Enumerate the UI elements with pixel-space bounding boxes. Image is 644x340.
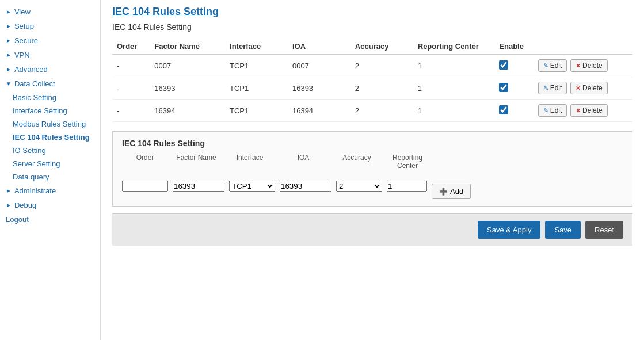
- cell-ioa: 0007: [288, 55, 350, 77]
- col-header-reporting: Reporting Center: [413, 39, 495, 55]
- cell-interface: TCP1: [225, 100, 288, 122]
- edit-button[interactable]: ✎ Edit: [538, 104, 567, 117]
- sidebar-item-setup[interactable]: ► Setup: [0, 19, 100, 33]
- col-header-interface: Interface: [225, 39, 288, 55]
- col-header-accuracy: Accuracy: [350, 39, 413, 55]
- table-row: - 0007 TCP1 0007 2 1 ✎ Edit ✕ Delete: [112, 55, 632, 77]
- col-header-factor: Factor Name: [150, 39, 225, 55]
- enable-checkbox[interactable]: [499, 60, 508, 70]
- sidebar-item-debug[interactable]: ► Debug: [0, 198, 100, 212]
- reset-button[interactable]: Reset: [585, 221, 623, 239]
- cell-interface: TCP1: [225, 77, 288, 100]
- table-row: - 16393 TCP1 16393 2 1 ✎ Edit ✕ Delete: [112, 77, 632, 100]
- cell-enable: [494, 55, 532, 77]
- edit-icon: ✎: [543, 107, 548, 114]
- table-row: - 16394 TCP1 16394 2 1 ✎ Edit ✕ Delete: [112, 100, 632, 122]
- edit-button[interactable]: ✎ Edit: [538, 59, 567, 72]
- save-apply-button[interactable]: Save & Apply: [478, 221, 540, 239]
- bottom-bar: Save & Apply Save Reset: [112, 213, 632, 246]
- add-header-interface: Interface: [224, 154, 275, 170]
- page-subtitle: IEC 104 Rules Setting: [112, 22, 632, 32]
- chevron-right-icon: ►: [6, 188, 12, 194]
- sidebar-item-data-collect[interactable]: ▼ Data Collect: [0, 77, 100, 91]
- enable-checkbox[interactable]: [499, 105, 508, 114]
- add-section-title: IEC 104 Rules Setting: [122, 139, 623, 148]
- add-order-input[interactable]: [122, 181, 168, 192]
- cell-reporting: 1: [413, 100, 495, 122]
- add-header-reporting: Reporting Center: [382, 154, 433, 170]
- chevron-right-icon: ►: [6, 52, 12, 58]
- cell-ioa: 16393: [288, 77, 350, 100]
- save-button[interactable]: Save: [545, 221, 581, 239]
- add-icon: ➕: [439, 188, 448, 196]
- main-content: IEC 104 Rules Setting IEC 104 Rules Sett…: [101, 0, 644, 340]
- sidebar-subitem-basic-setting[interactable]: Basic Setting: [0, 91, 100, 104]
- chevron-right-icon: ►: [6, 66, 12, 72]
- cell-order: -: [112, 55, 150, 77]
- rules-table: Order Factor Name Interface IOA Accuracy…: [112, 39, 632, 122]
- sidebar: ► View ► Setup ► Secure ► VPN ► Advanced…: [0, 0, 101, 340]
- cell-factor: 16393: [150, 77, 225, 100]
- cell-ioa: 16394: [288, 100, 350, 122]
- chevron-right-icon: ►: [6, 37, 12, 44]
- sidebar-subitem-data-query[interactable]: Data query: [0, 170, 100, 184]
- cell-reporting: 1: [413, 55, 495, 77]
- edit-button[interactable]: ✎ Edit: [538, 82, 567, 94]
- cell-actions: ✎ Edit ✕ Delete: [532, 77, 632, 100]
- col-header-enable: Enable: [494, 39, 532, 55]
- delete-button[interactable]: ✕ Delete: [570, 59, 608, 72]
- sidebar-item-vpn[interactable]: ► VPN: [0, 48, 100, 62]
- delete-icon: ✕: [576, 107, 581, 114]
- sidebar-item-secure[interactable]: ► Secure: [0, 33, 100, 48]
- add-accuracy-select[interactable]: 1 2 3 4 5: [336, 181, 382, 192]
- add-factor-input[interactable]: [173, 181, 224, 192]
- cell-enable: [494, 100, 532, 122]
- add-header-factor: Factor Name: [168, 154, 224, 170]
- cell-enable: [494, 77, 532, 100]
- sidebar-subitem-server-setting[interactable]: Server Setting: [0, 157, 100, 170]
- delete-icon: ✕: [576, 85, 581, 92]
- page-title-link[interactable]: IEC 104 Rules Setting: [112, 6, 632, 18]
- sidebar-subitem-io-setting[interactable]: IO Setting: [0, 144, 100, 157]
- chevron-right-icon: ►: [6, 202, 12, 208]
- cell-accuracy: 2: [350, 55, 413, 77]
- add-section: IEC 104 Rules Setting Order Factor Name …: [112, 131, 632, 207]
- add-ioa-input[interactable]: [280, 181, 331, 192]
- add-header-order: Order: [122, 154, 168, 170]
- cell-actions: ✎ Edit ✕ Delete: [532, 55, 632, 77]
- add-header-ioa: IOA: [275, 154, 331, 170]
- cell-order: -: [112, 100, 150, 122]
- sidebar-item-administrate[interactable]: ► Administrate: [0, 184, 100, 198]
- cell-factor: 0007: [150, 55, 225, 77]
- cell-accuracy: 2: [350, 100, 413, 122]
- cell-reporting: 1: [413, 77, 495, 100]
- sidebar-subitem-interface-setting[interactable]: Interface Setting: [0, 104, 100, 117]
- add-reporting-input[interactable]: [387, 181, 427, 192]
- add-interface-select[interactable]: TCP1 TCP2: [229, 181, 275, 192]
- logout-link[interactable]: Logout: [0, 212, 100, 227]
- cell-order: -: [112, 77, 150, 100]
- add-button[interactable]: ➕ Add: [432, 184, 471, 199]
- sidebar-item-advanced[interactable]: ► Advanced: [0, 62, 100, 77]
- col-header-ioa: IOA: [288, 39, 350, 55]
- chevron-down-icon: ▼: [6, 81, 12, 87]
- col-header-actions: [532, 39, 632, 55]
- edit-icon: ✎: [543, 62, 548, 70]
- delete-button[interactable]: ✕ Delete: [570, 82, 608, 94]
- sidebar-subitem-iec104-rules[interactable]: IEC 104 Rules Setting: [0, 131, 100, 144]
- add-form-row: TCP1 TCP2 1 2 3 4 5 ➕ Add: [122, 173, 623, 199]
- col-header-order: Order: [112, 39, 150, 55]
- delete-button[interactable]: ✕ Delete: [570, 104, 608, 117]
- edit-icon: ✎: [543, 85, 548, 92]
- cell-accuracy: 2: [350, 77, 413, 100]
- delete-icon: ✕: [576, 62, 581, 70]
- sidebar-subitem-modbus-rules[interactable]: Modbus Rules Setting: [0, 117, 100, 131]
- cell-actions: ✎ Edit ✕ Delete: [532, 100, 632, 122]
- cell-interface: TCP1: [225, 55, 288, 77]
- sidebar-item-view[interactable]: ► View: [0, 5, 100, 19]
- cell-factor: 16394: [150, 100, 225, 122]
- chevron-right-icon: ►: [6, 23, 12, 29]
- chevron-right-icon: ►: [6, 9, 12, 15]
- add-header-accuracy: Accuracy: [331, 154, 382, 170]
- enable-checkbox[interactable]: [499, 83, 508, 92]
